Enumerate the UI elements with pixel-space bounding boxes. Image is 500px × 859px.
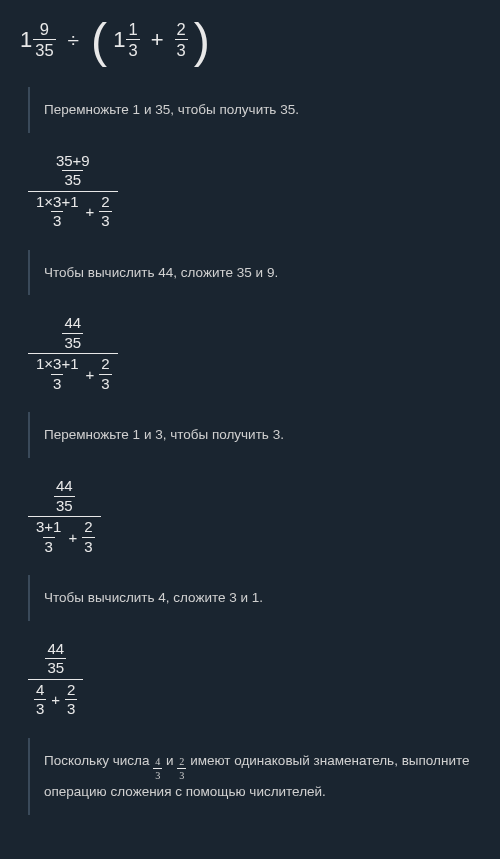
divide-operator: ÷ [68,28,79,52]
step-5-text: Поскольку числа 4 3 и 2 3 имеют одинаков… [28,738,480,815]
big-fraction-4: 44 35 4 3 + 2 3 [28,639,83,720]
mixed-number-2: 1 1 3 [113,20,139,59]
step-4-expression: 44 35 4 3 + 2 3 [28,639,480,720]
fraction-2-3: 2 3 [175,20,188,59]
step-4-text: Чтобы вычислить 4, сложите 3 и 1. [28,575,480,621]
fraction-9-35: 9 35 [33,20,55,59]
top-frac: 44 35 [62,315,83,351]
bot-right-frac: 2 3 [99,356,111,392]
plus: + [86,203,95,220]
step-1-expression: 35+9 35 1×3+1 3 + 2 3 [28,151,480,232]
top-frac: 44 35 [54,478,75,514]
bot-left-frac: 3+1 3 [34,519,63,555]
inline-frac-2-3: 2 3 [177,756,186,781]
main-expression: 1 9 35 ÷ ( 1 1 3 + 2 3 ) [20,20,480,59]
whole-2: 1 [113,27,125,53]
whole-1: 1 [20,27,32,53]
step-2-text: Чтобы вычислить 44, сложите 35 и 9. [28,250,480,296]
big-fraction-2: 44 35 1×3+1 3 + 2 3 [28,313,118,394]
plus: + [86,366,95,383]
step-3-text: Перемножьте 1 и 3, чтобы получить 3. [28,412,480,458]
fraction-1-3: 1 3 [126,20,139,59]
big-fraction-3: 44 35 3+1 3 + 2 3 [28,476,101,557]
inline-frac-4-3: 4 3 [153,756,162,781]
bot-left-frac: 4 3 [34,682,46,718]
step-5-mid: и [166,753,177,768]
bot-left-frac: 1×3+1 3 [34,194,81,230]
step-3-expression: 44 35 3+1 3 + 2 3 [28,476,480,557]
top-frac: 44 35 [45,641,66,677]
mixed-number-1: 1 9 35 [20,20,56,59]
plus-operator: + [151,27,164,53]
plus: + [51,691,60,708]
bot-right-frac: 2 3 [65,682,77,718]
bot-right-frac: 2 3 [99,194,111,230]
bot-right-frac: 2 3 [82,519,94,555]
plus: + [68,529,77,546]
step-1-text: Перемножьте 1 и 35, чтобы получить 35. [28,87,480,133]
bot-left-frac: 1×3+1 3 [34,356,81,392]
step-5-prefix: Поскольку числа [44,753,153,768]
step-2-expression: 44 35 1×3+1 3 + 2 3 [28,313,480,394]
top-frac: 35+9 35 [54,153,92,189]
big-fraction-1: 35+9 35 1×3+1 3 + 2 3 [28,151,118,232]
